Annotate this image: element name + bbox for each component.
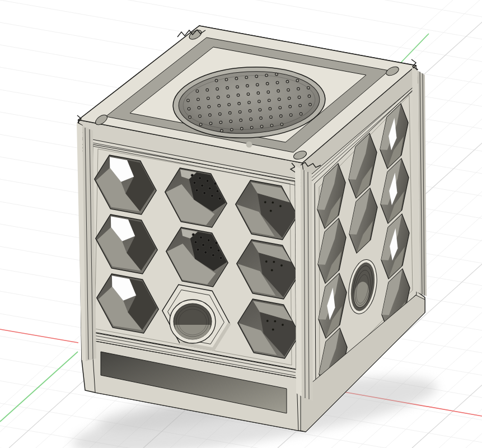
right-corner-post <box>412 68 427 296</box>
front-corner-post <box>295 166 313 401</box>
cad-viewport[interactable] <box>0 0 482 448</box>
front-face <box>90 144 300 431</box>
top-rim-dot <box>246 142 252 148</box>
